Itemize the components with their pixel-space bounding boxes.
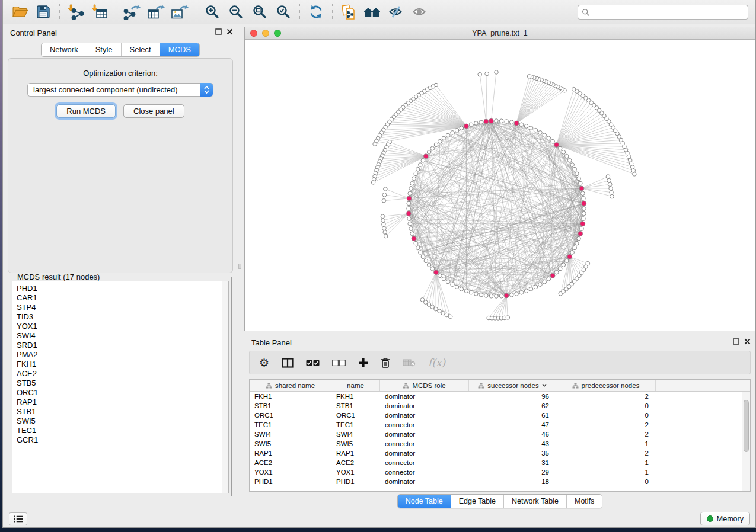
unselect-all-columns-button[interactable] bbox=[332, 354, 346, 371]
select-all-columns-button[interactable] bbox=[306, 354, 320, 371]
node-table: shared namenameMCDS rolesuccessor nodesp… bbox=[249, 379, 751, 492]
table-row[interactable]: SWI5SWI5connector431 bbox=[250, 439, 742, 448]
float-panel-icon[interactable] bbox=[215, 28, 222, 35]
zoom-in-button[interactable] bbox=[200, 2, 224, 22]
float-panel-icon[interactable] bbox=[733, 338, 739, 345]
tab-motifs[interactable]: Motifs bbox=[566, 495, 602, 508]
trash-icon bbox=[381, 357, 390, 368]
refresh-icon bbox=[308, 4, 324, 20]
column-header-MCDS-role[interactable]: MCDS role bbox=[380, 380, 469, 391]
network-canvas[interactable] bbox=[245, 40, 755, 331]
export-network-icon bbox=[123, 4, 141, 20]
column-header-successor-nodes[interactable]: successor nodes bbox=[469, 380, 556, 391]
zoom-in-icon bbox=[205, 4, 220, 20]
table-cell: connector bbox=[380, 467, 469, 477]
mcds-result-item[interactable]: SWI4 bbox=[12, 331, 228, 341]
show-all-button[interactable] bbox=[408, 2, 432, 22]
mcds-result-item[interactable]: STP4 bbox=[12, 303, 228, 312]
mcds-result-item[interactable]: ORC1 bbox=[12, 388, 228, 398]
close-panel-button[interactable]: Close panel bbox=[123, 104, 184, 118]
table-row[interactable]: ACE2ACE2connector311 bbox=[250, 458, 742, 467]
save-session-button[interactable] bbox=[31, 2, 55, 22]
close-panel-icon[interactable] bbox=[227, 28, 233, 35]
control-panel: Control Panel Network Style Select MCDS … bbox=[3, 24, 238, 509]
table-cell: SWI4 bbox=[331, 430, 380, 439]
clone-network-button[interactable] bbox=[337, 2, 361, 22]
houses-icon bbox=[363, 5, 381, 19]
table-row[interactable]: FKH1FKH1dominator962 bbox=[250, 392, 742, 401]
mcds-result-item[interactable]: SWI5 bbox=[12, 416, 228, 426]
first-neighbors-button[interactable] bbox=[361, 2, 384, 22]
table-cell: dominator bbox=[380, 448, 469, 458]
splitter-handle[interactable] bbox=[238, 264, 241, 269]
mcds-list-scrollbar[interactable] bbox=[222, 281, 228, 493]
toolbar-separator bbox=[59, 4, 60, 20]
table-row[interactable]: ORC1ORC1dominator610 bbox=[250, 411, 742, 420]
mcds-result-item[interactable]: FKH1 bbox=[12, 360, 228, 369]
table-cell: 29 bbox=[469, 467, 556, 477]
import-table-button[interactable] bbox=[88, 2, 111, 22]
table-cell: 47 bbox=[469, 420, 556, 430]
show-column-panel-button[interactable] bbox=[282, 354, 294, 371]
mcds-result-item[interactable]: STB5 bbox=[12, 379, 228, 388]
export-image-button[interactable] bbox=[168, 2, 192, 22]
memory-button[interactable]: Memory bbox=[700, 512, 750, 525]
hide-selected-button[interactable] bbox=[384, 2, 408, 22]
table-settings-button[interactable]: ⚙ bbox=[259, 354, 269, 371]
table-scrollbar[interactable] bbox=[742, 392, 750, 491]
table-row[interactable]: PHD1PHD1dominator180 bbox=[250, 477, 742, 486]
import-network-button[interactable] bbox=[64, 2, 88, 22]
table-row[interactable]: SWI4SWI4dominator462 bbox=[250, 430, 742, 439]
mcds-result-item[interactable]: TID3 bbox=[12, 312, 228, 322]
task-history-button[interactable] bbox=[9, 512, 27, 525]
close-panel-icon[interactable] bbox=[744, 338, 751, 345]
column-label: successor nodes bbox=[487, 382, 538, 389]
tab-network-table[interactable]: Network Table bbox=[503, 495, 566, 508]
export-table-button[interactable] bbox=[144, 2, 168, 22]
optimization-criterion-select[interactable]: largest connected component (undirected) bbox=[27, 83, 213, 97]
mcds-result-item[interactable]: CAR1 bbox=[12, 293, 228, 303]
mcds-result-item[interactable]: GCR1 bbox=[12, 435, 228, 445]
mcds-result-item[interactable]: STB1 bbox=[12, 407, 228, 416]
column-header-name[interactable]: name bbox=[331, 380, 380, 391]
mcds-result-item[interactable]: PMA2 bbox=[12, 350, 228, 360]
search-input[interactable] bbox=[592, 7, 748, 18]
table-row[interactable]: TEC1TEC1connector472 bbox=[250, 420, 742, 430]
delete-table-icon bbox=[403, 358, 416, 367]
create-column-button[interactable] bbox=[358, 354, 368, 371]
tab-node-table[interactable]: Node Table bbox=[398, 495, 451, 508]
table-cell: connector bbox=[380, 458, 469, 467]
column-header-predecessor-nodes[interactable]: predecessor nodes bbox=[556, 380, 656, 391]
table-row[interactable]: RAP1RAP1dominator352 bbox=[250, 448, 742, 458]
mcds-result-item[interactable]: SRD1 bbox=[12, 341, 228, 350]
scrollbar-thumb[interactable] bbox=[744, 400, 749, 452]
delete-column-button[interactable] bbox=[381, 354, 390, 371]
network-window-titlebar[interactable]: YPA_prune.txt_1 bbox=[245, 27, 755, 40]
table-cell: 1 bbox=[556, 458, 656, 467]
table-cell: FKH1 bbox=[331, 392, 380, 401]
tab-network[interactable]: Network bbox=[42, 43, 87, 56]
tab-style[interactable]: Style bbox=[87, 43, 121, 56]
tab-select[interactable]: Select bbox=[121, 43, 160, 56]
run-mcds-button[interactable]: Run MCDS bbox=[56, 104, 116, 118]
table-row[interactable]: YOX1YOX1connector291 bbox=[250, 467, 742, 477]
mcds-result-item[interactable]: PHD1 bbox=[12, 284, 228, 293]
mcds-result-item[interactable]: YOX1 bbox=[12, 322, 228, 331]
mcds-result-item[interactable]: RAP1 bbox=[12, 398, 228, 407]
table-panel-title: Table Panel bbox=[251, 338, 292, 347]
vertical-splitter[interactable] bbox=[238, 24, 242, 509]
refresh-button[interactable] bbox=[304, 2, 328, 22]
zoom-fit-button[interactable] bbox=[248, 2, 272, 22]
zoom-out-button[interactable] bbox=[224, 2, 248, 22]
column-header-shared-name[interactable]: shared name bbox=[250, 380, 331, 391]
open-session-button[interactable] bbox=[8, 2, 31, 22]
tab-mcds[interactable]: MCDS bbox=[160, 43, 199, 56]
unchecked-boxes-icon bbox=[332, 360, 346, 366]
export-network-button[interactable] bbox=[120, 2, 144, 22]
tab-edge-table[interactable]: Edge Table bbox=[451, 495, 503, 508]
zoom-selected-button[interactable] bbox=[272, 2, 295, 22]
mcds-result-item[interactable]: ACE2 bbox=[12, 369, 228, 379]
mcds-result-list[interactable]: PHD1CAR1STP4TID3YOX1SWI4SRD1PMA2FKH1ACE2… bbox=[12, 281, 229, 493]
mcds-result-item[interactable]: TEC1 bbox=[12, 426, 228, 435]
table-row[interactable]: STB1STB1dominator620 bbox=[250, 401, 742, 411]
